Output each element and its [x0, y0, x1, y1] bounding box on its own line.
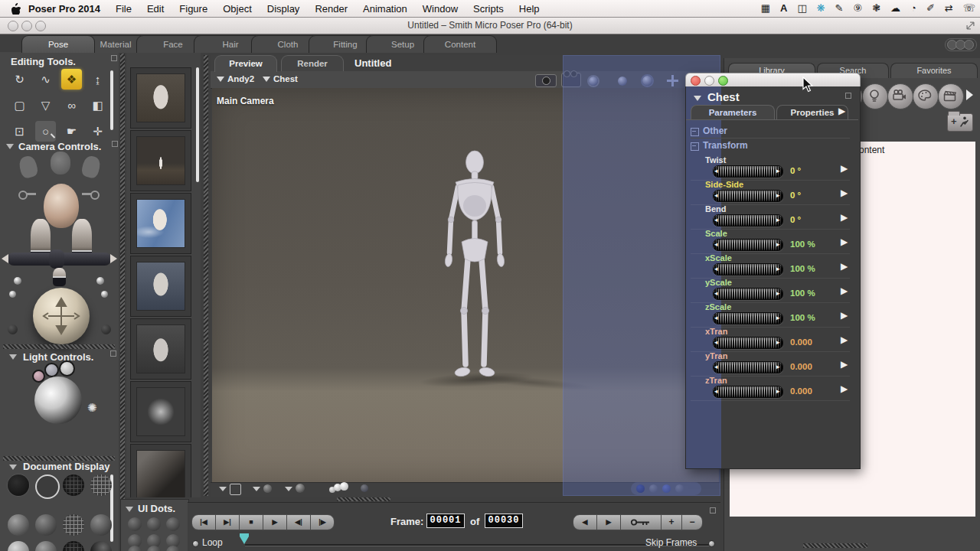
animation-splitter-handle[interactable] [337, 497, 390, 501]
param-menu-arrow[interactable]: ▶ [841, 359, 848, 370]
param-dial[interactable] [713, 263, 783, 276]
palette-collapse-icon[interactable] [694, 96, 701, 101]
section-other[interactable]: Other [703, 126, 727, 136]
param-dial[interactable] [713, 190, 783, 202]
first-frame-button[interactable]: |◀ [191, 514, 216, 530]
panel-options-icon[interactable] [110, 350, 116, 357]
dial-left-icon[interactable]: ◂ [714, 361, 718, 372]
menu-object[interactable]: Object [215, 3, 260, 15]
palette-flyout-arrow[interactable]: ▶ [838, 106, 845, 116]
display-style-outline[interactable] [35, 474, 60, 499]
tab-parameters[interactable]: Parameters [691, 105, 775, 120]
display-style-hidden-line[interactable] [90, 474, 112, 496]
menu-animation[interactable]: Animation [355, 3, 415, 15]
display-style-cartoon[interactable] [90, 514, 112, 536]
tab-properties[interactable]: Properties [776, 105, 848, 120]
param-menu-arrow[interactable]: ▶ [841, 334, 848, 345]
part-dropdown-icon[interactable] [263, 77, 270, 82]
andy-figure[interactable] [413, 147, 536, 384]
param-menu-arrow[interactable]: ▶ [841, 310, 848, 321]
param-dial[interactable] [713, 214, 783, 227]
sidebar-splitter[interactable] [120, 54, 125, 551]
dial-right-icon[interactable]: ▸ [776, 337, 780, 347]
render-thumbnail[interactable] [130, 318, 191, 380]
menu-edit[interactable]: Edit [139, 3, 172, 15]
tab-favorites[interactable]: Favorites [890, 63, 978, 78]
menu-window[interactable]: Window [415, 3, 466, 15]
delete-keyframe-button[interactable]: − [681, 514, 703, 530]
panel-options-icon[interactable] [111, 55, 117, 61]
dial-right-icon[interactable]: ▸ [776, 239, 780, 249]
rotate-tool-icon[interactable]: ↻ [9, 69, 30, 90]
animating-key-icon[interactable] [80, 190, 100, 198]
param-value[interactable]: 0 ° [790, 166, 801, 175]
window-icon[interactable]: ◫ [797, 0, 806, 17]
light-indicator[interactable] [59, 360, 75, 377]
scale-tool-icon[interactable]: ▢ [9, 95, 30, 116]
pan-right-hand-icon[interactable] [110, 254, 117, 263]
ui-dot[interactable] [166, 517, 180, 531]
dial-left-icon[interactable]: ◂ [714, 312, 718, 323]
camera-controls-collapse-icon[interactable] [6, 144, 14, 149]
param-menu-arrow[interactable]: ▶ [841, 212, 848, 223]
app-menu-title[interactable]: Poser Pro 2014 [21, 3, 108, 15]
cloud-icon[interactable]: ☁ [890, 0, 900, 17]
current-frame-field[interactable]: 00001 [426, 514, 465, 528]
parallels-icon[interactable]: ⑨ [854, 0, 863, 17]
stylus-icon[interactable]: ✐ [926, 0, 935, 17]
chip-icon[interactable]: ▦ [761, 0, 770, 17]
parameters-palette-window[interactable]: Chest Parameters Properties ▶ Other Tran… [685, 73, 859, 468]
next-key-button[interactable]: ▶ [596, 514, 621, 530]
dial-right-icon[interactable]: ▸ [776, 288, 780, 298]
panel-splitter-handle[interactable] [3, 344, 115, 349]
dial-left-icon[interactable]: ◂ [714, 239, 718, 249]
camera-dot-control[interactable] [9, 291, 16, 298]
library-resize-handle[interactable] [803, 543, 867, 548]
actor-dropdown[interactable]: Andy2 [227, 74, 254, 83]
param-menu-arrow[interactable]: ▶ [841, 187, 848, 198]
renders-splitter[interactable] [204, 55, 208, 496]
render-thumbnail[interactable] [130, 256, 191, 317]
param-value[interactable]: 0.000 [790, 386, 812, 396]
move-xy-knob[interactable] [49, 249, 64, 269]
light-indicator[interactable] [44, 363, 59, 377]
part-dropdown[interactable]: Chest [273, 74, 298, 83]
menu-scripts[interactable]: Scripts [466, 3, 511, 15]
menu-file[interactable]: File [108, 3, 139, 15]
element-style-dropdown-icon[interactable] [285, 487, 292, 491]
paw-icon[interactable]: ❃ [872, 0, 880, 17]
chain-break-tool-icon[interactable]: ∞ [61, 95, 82, 116]
pan-left-hand-icon[interactable] [2, 254, 8, 263]
translate-in-out-tool-icon[interactable]: ↨ [87, 69, 108, 90]
figure-style-icon[interactable] [263, 484, 272, 493]
light-trackball[interactable] [34, 377, 82, 424]
step-back-button[interactable]: ◀| [286, 514, 311, 530]
display-style-silhouette[interactable] [8, 474, 29, 496]
camera-view-icon[interactable] [535, 74, 557, 87]
document-style-dropdown-icon[interactable] [219, 487, 227, 491]
tab-render[interactable]: Render [281, 55, 344, 72]
section-collapse-box[interactable] [691, 142, 699, 151]
camera-dot-control[interactable] [101, 324, 111, 334]
skip-frames-toggle[interactable] [708, 540, 715, 547]
camera-dot-control[interactable] [96, 277, 104, 285]
total-frames-field[interactable]: 00030 [485, 514, 523, 528]
tab-content[interactable]: Content [423, 35, 497, 53]
step-forward-button[interactable]: |▶ [310, 514, 335, 530]
category-cameras-icon[interactable] [887, 83, 913, 109]
param-dial[interactable] [713, 165, 783, 178]
menu-help[interactable]: Help [511, 3, 547, 15]
param-value[interactable]: 0 ° [790, 215, 801, 224]
render-thumbnail[interactable] [130, 130, 191, 191]
param-dial[interactable] [713, 288, 783, 300]
twist-tool-icon[interactable]: ∿ [35, 69, 56, 90]
loop-toggle[interactable] [192, 540, 199, 547]
last-frame-button[interactable]: ▶| [215, 514, 240, 530]
flyaround-camera-control[interactable] [51, 152, 70, 174]
pen-icon[interactable]: ✎ [835, 0, 844, 17]
display-style-wireframe[interactable] [63, 474, 84, 496]
add-runtime-folder-icon[interactable]: + [947, 113, 973, 132]
param-menu-arrow[interactable]: ▶ [841, 236, 848, 247]
display-style-flat-lined[interactable] [63, 514, 84, 536]
editing-tools-scrollbar[interactable] [110, 70, 113, 130]
